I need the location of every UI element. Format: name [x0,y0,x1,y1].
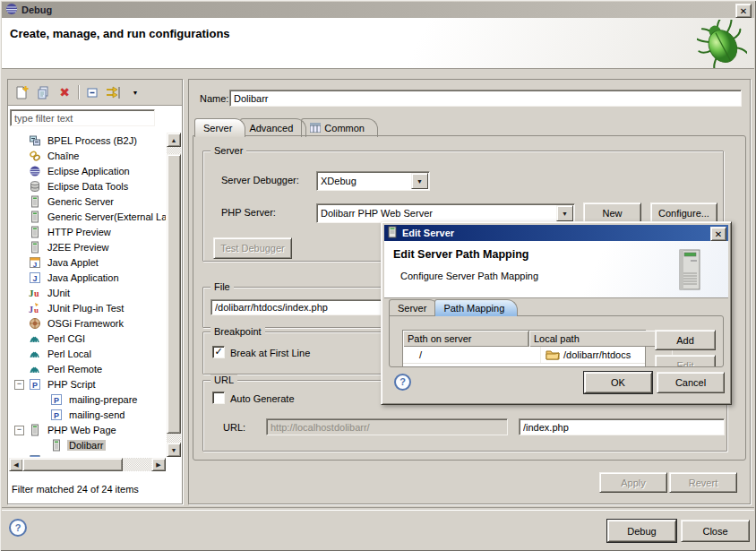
name-input[interactable] [229,90,742,107]
break-first-line-checkbox[interactable]: ✓ [212,346,225,358]
horizontal-scroll-thumb[interactable] [22,458,123,471]
chain-icon [29,150,42,162]
server-debugger-select[interactable]: XDebug ▼ [316,171,430,191]
filter-status: Filter matched 24 of 24 items [12,484,139,495]
tree-item[interactable]: JuJUnit Plug-in Test [9,300,166,315]
footer-separator [2,507,754,511]
svg-text:u: u [34,288,39,298]
eclipse-icon [5,3,18,17]
scroll-down-icon[interactable]: ▼ [167,443,181,457]
filter-input[interactable] [10,109,155,126]
tree-item[interactable]: −PHP Web Page [9,422,166,437]
breakpoint-group-legend: Breakpoint [210,326,265,337]
tree-vertical-scrollbar[interactable]: ▲ ▼ [167,133,181,457]
dialog-tab-path-mapping[interactable]: Path Mapping [434,299,518,316]
tree-item-label: Perl Remote [46,364,104,375]
dialog-close-icon[interactable]: ✕ [710,227,726,241]
tree-item-label: OSGi Framework [46,318,125,329]
scroll-right-icon[interactable]: ▶ [151,458,166,471]
filter-launch-icon[interactable] [106,84,122,100]
edit-mapping-button[interactable]: Edit [655,355,716,367]
tree-item[interactable]: Chaîne [9,148,166,163]
add-mapping-button[interactable]: Add [655,330,716,350]
close-button[interactable]: Close [681,520,750,542]
tab-advanced[interactable]: Advanced [240,118,306,137]
new-config-icon[interactable] [13,84,30,100]
tree-item-label: Dolibarr [67,440,106,451]
auto-generate-label: Auto Generate [230,393,295,404]
table-column-header[interactable]: Path on server [403,331,529,347]
tree-item[interactable]: OSGi Framework [9,315,166,331]
toolbar-menu-chevron-icon[interactable]: ▼ [127,84,143,100]
tree-item[interactable]: JJava Application [9,270,166,285]
vertical-scroll-thumb[interactable] [167,154,181,434]
tree-item[interactable]: JuJUnit [9,285,166,300]
collapse-expander-icon[interactable]: − [14,426,24,435]
table-column-header[interactable]: Local path [529,331,661,347]
tab-common[interactable]: Common [301,118,378,137]
delete-config-icon[interactable]: ✖ [56,84,73,100]
test-debugger-button[interactable]: Test Debugger [213,237,292,259]
revert-button[interactable]: Revert [669,472,737,493]
tree-item[interactable]: Perl Remote [9,361,166,376]
tree-horizontal-scrollbar[interactable]: ◀ ▶ [9,458,166,471]
server-path-cell: / [403,347,541,363]
window-titlebar: Debug ✕ [2,2,754,18]
tree-item[interactable]: JJava Applet [9,254,166,270]
tree-item[interactable]: Eclipse Application [9,163,166,178]
dialog-tabs: Server Path Mapping [389,299,512,316]
tree-item[interactable]: J2EE Preview [9,239,166,254]
tree-item[interactable]: Generic Server(External La [9,209,166,224]
server-tower-icon [676,248,703,293]
php-server-select[interactable]: Dolibarr PHP Web Server ▼ [316,203,575,223]
apply-button[interactable]: Apply [599,472,667,493]
url-label: URL: [223,422,245,433]
cancel-button[interactable]: Cancel [657,372,725,393]
php-icon: P [50,393,64,406]
scroll-up-icon[interactable]: ▲ [167,133,181,147]
chevron-down-icon[interactable]: ▼ [556,205,573,221]
tree-item-label: Remote Java Application [46,455,158,458]
base-url-input[interactable] [266,418,508,435]
php-icon: P [50,409,64,421]
dialog-tab-server[interactable]: Server [389,299,440,316]
scroll-left-icon[interactable]: ◀ [9,458,23,471]
tree-item[interactable]: Perl CGI [9,331,166,346]
tree-item[interactable]: HTTP Preview [9,224,166,239]
window-close-icon[interactable]: ✕ [735,4,752,18]
database-icon [29,180,42,193]
file-group-legend: File [210,281,234,292]
server-icon [50,439,64,452]
duplicate-config-icon[interactable] [35,84,51,100]
tree-item[interactable]: Dolibarr [9,437,166,452]
tree-item[interactable]: Pmailing-prepare [9,392,166,407]
tree-item[interactable]: BPEL Process (B2J) [9,133,166,148]
collapse-all-icon[interactable] [84,84,100,100]
tree-item[interactable]: JRemote Java Application [9,452,166,457]
table-icon [310,123,321,134]
table-row[interactable]: //dolibarr/htdocs [403,347,645,364]
svg-text:P: P [32,380,38,389]
tree-item-label: PHP Web Page [46,425,118,435]
path-mapping-table: Path on serverLocal path//dolibarr/htdoc… [402,330,646,367]
ok-button[interactable]: OK [584,372,652,393]
collapse-expander-icon[interactable]: − [14,380,24,390]
local-path-text: /dolibarr/htdocs [563,349,631,360]
perl-icon [29,348,42,360]
tree-item[interactable]: Generic Server [9,194,166,209]
help-icon[interactable]: ? [9,519,27,537]
tab-server[interactable]: Server [194,118,245,137]
server-icon [29,211,42,223]
perl-icon [29,332,42,345]
debug-button[interactable]: Debug [607,520,676,542]
chevron-down-icon[interactable]: ▼ [411,173,428,189]
tree-item[interactable]: Eclipse Data Tools [9,178,166,194]
auto-generate-checkbox[interactable] [212,392,225,404]
debug-window: Debug ✕ Create, manage, and run configur… [0,0,756,551]
tree-item[interactable]: Pmailing-send [9,407,166,422]
tree-item[interactable]: −PPHP Script [9,376,166,392]
dialog-help-icon[interactable]: ? [394,374,411,391]
tree-item[interactable]: Perl Local [9,346,166,361]
url-path-input[interactable] [519,418,725,435]
server-icon [29,424,42,436]
